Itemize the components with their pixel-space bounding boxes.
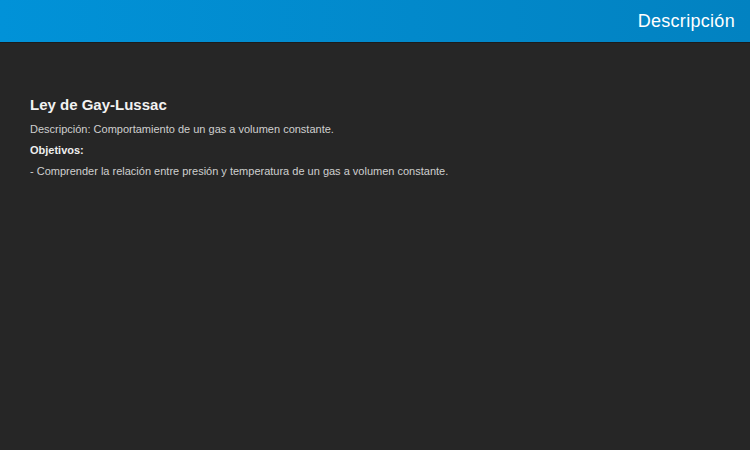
experiment-description: Descripción: Comportamiento de un gas a … <box>30 123 720 137</box>
description-panel: Ley de Gay-Lussac Descripción: Comportam… <box>0 43 750 178</box>
experiment-title: Ley de Gay-Lussac <box>30 96 720 114</box>
objective-item: - Comprender la relación entre presión y… <box>30 165 720 179</box>
header-bar: Descripción <box>0 0 750 43</box>
app-window: Descripción Ley de Gay-Lussac Descripció… <box>0 0 750 450</box>
page-title: Descripción <box>638 12 735 30</box>
objectives-label: Objetivos: <box>30 144 720 158</box>
